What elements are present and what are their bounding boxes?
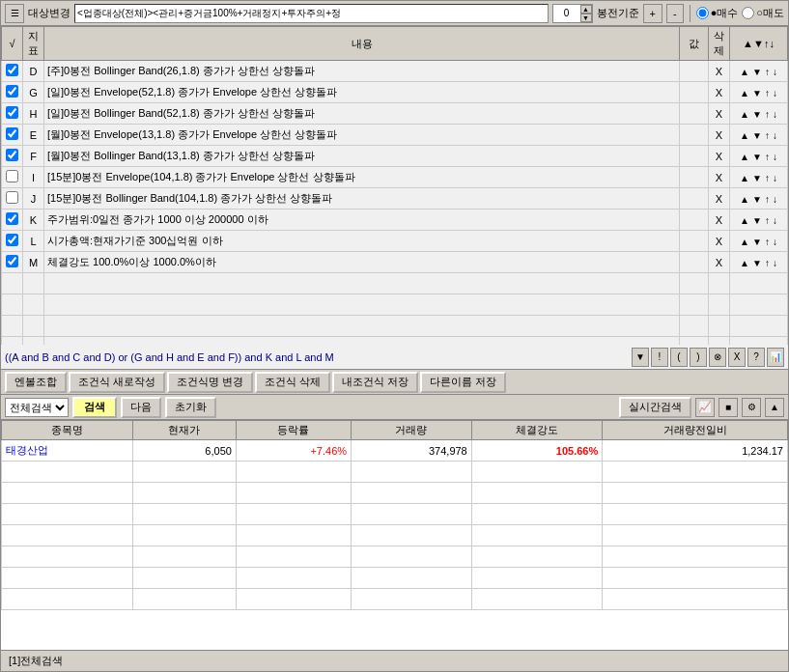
toolbar-menu-icon[interactable]: ☰: [5, 4, 24, 23]
arrow-down[interactable]: ↓: [773, 173, 777, 183]
arrow-down[interactable]: ↓: [773, 109, 777, 120]
arrow-down-fill[interactable]: ▼: [752, 88, 762, 98]
row-delete[interactable]: X: [709, 167, 730, 188]
arrow-up-fill[interactable]: ▲: [740, 152, 749, 162]
arrow-up[interactable]: ↑: [765, 258, 770, 268]
arrow-up-fill[interactable]: ▲: [740, 173, 749, 183]
expr-x-btn[interactable]: X: [728, 348, 746, 367]
arrow-down-fill[interactable]: ▼: [752, 215, 762, 226]
result-row[interactable]: 태경산업 6,050 +7.46% 374,978 105.66% 1,234.…: [2, 440, 788, 462]
reset-button[interactable]: 초기화: [165, 397, 216, 418]
arrow-up-fill[interactable]: ▲: [740, 258, 749, 268]
row-checkbox-cell[interactable]: [2, 125, 23, 146]
row-delete[interactable]: X: [709, 125, 730, 146]
buy-radio[interactable]: [696, 7, 709, 19]
expr-dropdown-btn[interactable]: ▼: [632, 348, 649, 367]
save-inner-button[interactable]: 내조건식 저장: [332, 372, 418, 393]
next-button[interactable]: 다음: [121, 397, 161, 418]
arrow-down-fill[interactable]: ▼: [752, 258, 762, 268]
row-delete[interactable]: X: [709, 103, 730, 125]
expr-question-btn[interactable]: ?: [747, 348, 765, 367]
arrow-up[interactable]: ↑: [765, 215, 770, 226]
plus-button[interactable]: +: [643, 4, 662, 23]
up-arrow-button[interactable]: ▲: [765, 398, 784, 417]
row-checkbox-cell[interactable]: [2, 167, 23, 188]
arrow-down-fill[interactable]: ▼: [752, 237, 762, 247]
arrow-up[interactable]: ↑: [765, 173, 770, 183]
arrow-up[interactable]: ↑: [765, 237, 770, 247]
arrow-down[interactable]: ↓: [773, 88, 777, 98]
arrow-up-fill[interactable]: ▲: [740, 88, 749, 98]
row-checkbox-cell[interactable]: [2, 146, 23, 167]
row-checkbox[interactable]: [6, 255, 18, 267]
row-checkbox[interactable]: [6, 234, 18, 246]
sell-radio[interactable]: [742, 7, 754, 19]
search-button[interactable]: 검색: [72, 397, 117, 418]
arrow-down-fill[interactable]: ▼: [752, 130, 762, 141]
arrow-down[interactable]: ↓: [773, 258, 777, 268]
arrow-up-fill[interactable]: ▲: [740, 67, 749, 77]
arrow-up-fill[interactable]: ▲: [740, 215, 749, 226]
row-delete[interactable]: X: [709, 210, 730, 231]
filter-input[interactable]: [74, 4, 549, 23]
row-checkbox[interactable]: [6, 170, 18, 182]
arrow-up[interactable]: ↑: [765, 67, 770, 77]
row-delete[interactable]: X: [709, 188, 730, 210]
spinner-up[interactable]: ▲: [580, 5, 592, 14]
arrow-up-fill[interactable]: ▲: [740, 130, 749, 141]
arrow-down-fill[interactable]: ▼: [752, 173, 762, 183]
sell-radio-label[interactable]: ○매도: [742, 6, 784, 20]
save-other-button[interactable]: 다른이름 저장: [420, 372, 506, 393]
spinner-down[interactable]: ▼: [580, 14, 592, 22]
row-checkbox-cell[interactable]: [2, 103, 23, 125]
row-checkbox[interactable]: [6, 127, 18, 140]
rename-button[interactable]: 조건식명 변경: [167, 372, 253, 393]
row-checkbox-cell[interactable]: [2, 82, 23, 103]
expr-excl-btn[interactable]: !: [651, 348, 668, 367]
arrow-down[interactable]: ↓: [773, 130, 777, 141]
arrow-up[interactable]: ↑: [765, 194, 770, 205]
ensemble-button[interactable]: 엔볼조합: [5, 372, 67, 393]
arrow-up[interactable]: ↑: [765, 152, 770, 162]
chart-icon-button[interactable]: 📈: [695, 398, 715, 417]
row-checkbox[interactable]: [6, 191, 18, 204]
row-checkbox-cell[interactable]: [2, 188, 23, 210]
expr-chart-btn[interactable]: 📊: [767, 348, 784, 367]
row-checkbox-cell[interactable]: [2, 61, 23, 82]
conditions-scroll-area[interactable]: √ 지표 내용 값 삭제 ▲▼↑↓ D [주]0봉전 Bollinger Ban…: [1, 26, 788, 345]
search-scope-select[interactable]: 전체검색: [5, 398, 69, 417]
arrow-down[interactable]: ↓: [773, 215, 777, 226]
new-condition-button[interactable]: 조건식 새로작성: [69, 372, 165, 393]
row-checkbox[interactable]: [6, 64, 18, 76]
row-delete[interactable]: X: [709, 146, 730, 167]
row-checkbox-cell[interactable]: [2, 210, 23, 231]
arrow-down-fill[interactable]: ▼: [752, 152, 762, 162]
arrow-up[interactable]: ↑: [765, 109, 770, 120]
row-delete[interactable]: X: [709, 231, 730, 252]
row-delete[interactable]: X: [709, 82, 730, 103]
expr-open-paren-btn[interactable]: (: [670, 348, 688, 367]
arrow-up-fill[interactable]: ▲: [740, 194, 749, 205]
arrow-up[interactable]: ↑: [765, 130, 770, 141]
arrow-down-fill[interactable]: ▼: [752, 109, 762, 120]
number-input[interactable]: [553, 5, 580, 22]
arrow-down[interactable]: ↓: [773, 67, 777, 77]
settings-icon-button[interactable]: ⚙: [742, 398, 761, 417]
delete-condition-button[interactable]: 조건식 삭제: [255, 372, 330, 393]
row-checkbox[interactable]: [6, 149, 18, 161]
row-checkbox[interactable]: [6, 106, 18, 119]
row-delete[interactable]: X: [709, 61, 730, 82]
arrow-down-fill[interactable]: ▼: [752, 67, 762, 77]
row-checkbox[interactable]: [6, 85, 18, 98]
expr-otimes-btn[interactable]: ⊗: [709, 348, 726, 367]
arrow-up-fill[interactable]: ▲: [740, 237, 749, 247]
row-checkbox-cell[interactable]: [2, 231, 23, 252]
stop-icon-button[interactable]: ■: [719, 398, 738, 417]
buy-radio-label[interactable]: ●매수: [696, 6, 739, 20]
expr-close-paren-btn[interactable]: ): [690, 348, 707, 367]
arrow-down-fill[interactable]: ▼: [752, 194, 762, 205]
row-checkbox-cell[interactable]: [2, 252, 23, 273]
arrow-up[interactable]: ↑: [765, 88, 770, 98]
arrow-up-fill[interactable]: ▲: [740, 109, 749, 120]
minus-button[interactable]: -: [666, 4, 684, 23]
